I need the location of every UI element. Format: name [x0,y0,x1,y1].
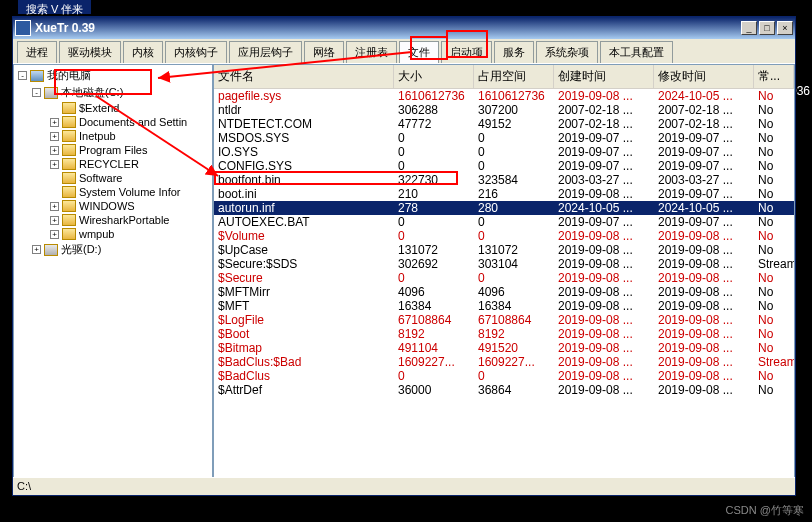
tree-node[interactable]: +RECYCLER [16,157,210,171]
table-row[interactable]: boot.ini2102162019-09-08 ...2019-09-07 .… [214,187,794,201]
table-row[interactable]: IO.SYS002019-09-07 ...2019-09-07 ...No [214,145,794,159]
maximize-button[interactable]: □ [759,21,775,35]
folder-icon [44,244,58,256]
table-row[interactable]: AUTOEXEC.BAT002019-09-07 ...2019-09-07 .… [214,215,794,229]
tab-7[interactable]: 文件 [399,41,439,63]
tab-2[interactable]: 内核 [123,41,163,63]
tree-label: 我的电脑 [47,68,91,83]
table-row[interactable]: $LogFile67108864671088642019-09-08 ...20… [214,313,794,327]
watermark: CSDN @竹等寒 [726,503,804,518]
tree-node[interactable]: +wmpub [16,227,210,241]
expand-icon[interactable]: - [18,71,27,80]
expand-icon[interactable]: + [50,118,59,127]
tree-node[interactable]: +WINDOWS [16,199,210,213]
folder-tree[interactable]: -我的电脑-本地磁盘(C:)$Extend+Documents and Sett… [13,64,213,492]
folder-icon [44,87,58,99]
tab-5[interactable]: 网络 [304,41,344,63]
folder-icon [62,200,76,212]
column-header[interactable]: 创建时间 [554,65,654,88]
table-row[interactable]: bootfont.bin3227303235842003-03-27 ...20… [214,173,794,187]
tab-9[interactable]: 服务 [494,41,534,63]
table-row[interactable]: $Boot819281922019-09-08 ...2019-09-08 ..… [214,327,794,341]
titlebar[interactable]: XueTr 0.39 _ □ × [13,17,795,39]
tree-node[interactable]: Software [16,171,210,185]
tree-label: Documents and Settin [79,116,187,128]
table-row[interactable]: $UpCase1310721310722019-09-08 ...2019-09… [214,243,794,257]
column-header[interactable]: 修改时间 [654,65,754,88]
background-fragment: 搜索 V 伴来 [18,0,91,14]
expand-icon[interactable]: + [50,146,59,155]
tab-3[interactable]: 内核钩子 [165,41,227,63]
table-row[interactable]: CONFIG.SYS002019-09-07 ...2019-09-07 ...… [214,159,794,173]
table-row[interactable]: $Bitmap4911044915202019-09-08 ...2019-09… [214,341,794,355]
tab-10[interactable]: 系统杂项 [536,41,598,63]
table-row[interactable]: ntldr3062883072002007-02-18 ...2007-02-1… [214,103,794,117]
tab-1[interactable]: 驱动模块 [59,41,121,63]
tree-label: RECYCLER [79,158,139,170]
tree-node[interactable]: System Volume Infor [16,185,210,199]
table-row[interactable]: $BadClus002019-09-08 ...2019-09-08 ...No [214,369,794,383]
tab-6[interactable]: 注册表 [346,41,397,63]
table-row[interactable]: NTDETECT.COM47772491522007-02-18 ...2007… [214,117,794,131]
expand-icon[interactable]: + [50,202,59,211]
folder-icon [30,70,44,82]
expand-icon[interactable]: + [32,245,41,254]
table-row[interactable]: MSDOS.SYS002019-09-07 ...2019-09-07 ...N… [214,131,794,145]
tree-label: wmpub [79,228,114,240]
column-header[interactable]: 文件名 [214,65,394,88]
table-row[interactable]: $AttrDef36000368642019-09-08 ...2019-09-… [214,383,794,397]
folder-icon [62,172,76,184]
folder-icon [62,158,76,170]
tree-node[interactable]: +Program Files [16,143,210,157]
table-row[interactable]: autorun.inf2782802024-10-05 ...2024-10-0… [214,201,794,215]
column-header[interactable]: 占用空间 [474,65,554,88]
expand-icon[interactable]: + [50,216,59,225]
table-row[interactable]: pagefile.sys161061273616106127362019-09-… [214,89,794,103]
table-row[interactable]: $BadClus:$Bad1609227...1609227...2019-09… [214,355,794,369]
folder-icon [62,186,76,198]
expand-icon[interactable]: + [50,230,59,239]
folder-icon [62,228,76,240]
expand-icon[interactable]: + [50,160,59,169]
table-row[interactable]: $MFT16384163842019-09-08 ...2019-09-08 .… [214,299,794,313]
tree-node[interactable]: -我的电脑 [16,67,210,84]
tab-11[interactable]: 本工具配置 [600,41,673,63]
table-row[interactable]: $Secure:$SDS3026923031042019-09-08 ...20… [214,257,794,271]
list-body[interactable]: pagefile.sys161061273616106127362019-09-… [214,89,794,491]
file-list[interactable]: 文件名大小占用空间创建时间修改时间常... pagefile.sys161061… [213,64,795,492]
tab-4[interactable]: 应用层钩子 [229,41,302,63]
tree-label: Software [79,172,122,184]
tree-label: $Extend [79,102,119,114]
tree-label: WiresharkPortable [79,214,169,226]
close-button[interactable]: × [777,21,793,35]
table-row[interactable]: $Secure002019-09-08 ...2019-09-08 ...No [214,271,794,285]
folder-icon [62,144,76,156]
tree-node[interactable]: +Inetpub [16,129,210,143]
folder-icon [62,116,76,128]
expand-icon[interactable]: - [32,88,41,97]
column-header[interactable]: 大小 [394,65,474,88]
statusbar: C:\ [13,477,795,495]
tab-0[interactable]: 进程 [17,41,57,63]
tree-label: 光驱(D:) [61,242,101,257]
tree-node[interactable]: +Documents and Settin [16,115,210,129]
tree-label: Inetpub [79,130,116,142]
window-title: XueTr 0.39 [35,21,741,35]
minimize-button[interactable]: _ [741,21,757,35]
folder-icon [62,102,76,114]
main-window: XueTr 0.39 _ □ × 进程驱动模块内核内核钩子应用层钩子网络注册表文… [12,16,796,496]
tree-node[interactable]: +光驱(D:) [16,241,210,258]
list-header[interactable]: 文件名大小占用空间创建时间修改时间常... [214,65,794,89]
column-header[interactable]: 常... [754,65,794,88]
folder-icon [62,130,76,142]
expand-icon[interactable]: + [50,132,59,141]
tree-label: Program Files [79,144,147,156]
tree-node[interactable]: $Extend [16,101,210,115]
table-row[interactable]: $MFTMirr409640962019-09-08 ...2019-09-08… [214,285,794,299]
app-icon [15,20,31,36]
table-row[interactable]: $Volume002019-09-08 ...2019-09-08 ...No [214,229,794,243]
tab-bar: 进程驱动模块内核内核钩子应用层钩子网络注册表文件启动项服务系统杂项本工具配置 [13,39,795,64]
tree-node[interactable]: -本地磁盘(C:) [16,84,210,101]
tree-node[interactable]: +WiresharkPortable [16,213,210,227]
tab-8[interactable]: 启动项 [441,41,492,63]
